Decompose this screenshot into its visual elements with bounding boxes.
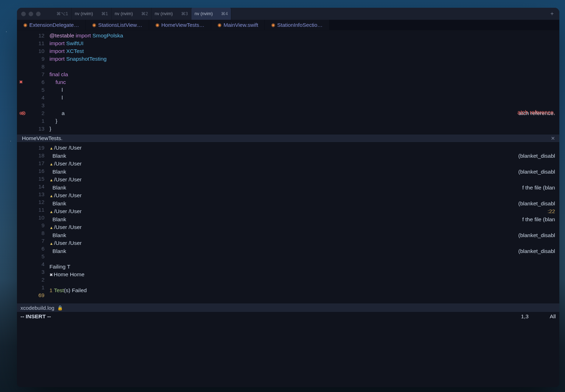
minimize-dot[interactable]: [29, 12, 33, 16]
terminal-tab[interactable]: nv (nvim)⌘2: [112, 8, 151, 20]
traffic-lights[interactable]: [20, 12, 41, 16]
status-file: xcodebuild.log: [20, 305, 54, 311]
file-tab[interactable]: ◉StationsListView…: [86, 20, 149, 30]
terminal-tab[interactable]: ⌘⌥1: [45, 8, 72, 20]
editor-pane-lower[interactable]: 1918171615141312111098765432169/User /Us…: [17, 143, 559, 303]
scroll-pos: All: [550, 313, 556, 320]
lock-icon: 🔒: [57, 305, 63, 310]
window-titlebar: ⌘⌥1nv (nvim)⌘1nv (nvim)⌘2nv (nvim)⌘3nv (…: [17, 8, 559, 20]
file-tab[interactable]: ◉HomeViewTests…: [149, 20, 211, 30]
split-close-icon[interactable]: ✕: [551, 134, 559, 143]
editor-pane-upper[interactable]: 1211109876✖5432⊗113@testable import Smog…: [17, 30, 559, 134]
cursor-pos: 1,3: [521, 313, 529, 320]
file-tab[interactable]: ◉StationInfoSectio…: [265, 20, 329, 30]
swift-icon: ◉: [155, 22, 159, 28]
mode-line: -- INSERT -- 1,3 All: [17, 312, 559, 321]
swift-icon: ◉: [92, 22, 96, 28]
file-tab-bar: ◉ExtensionDelegate…◉StationsListView…◉Ho…: [17, 20, 559, 30]
zoom-dot[interactable]: [36, 12, 41, 16]
status-bar: xcodebuild.log 🔒: [17, 303, 559, 312]
terminal-tab[interactable]: nv (nvim)⌘4: [191, 8, 231, 20]
vim-mode: -- INSERT --: [20, 313, 51, 320]
file-tab[interactable]: ◉MainView.swift: [211, 20, 265, 30]
new-tab-button[interactable]: +: [548, 11, 557, 17]
terminal-tab[interactable]: nv (nvim)⌘1: [72, 8, 112, 20]
split-file-name: HomeViewTests.: [22, 134, 63, 143]
swift-icon: ◉: [218, 22, 221, 28]
file-tab[interactable]: ◉ExtensionDelegate…: [17, 20, 86, 30]
swift-icon: ◉: [271, 22, 275, 28]
split-header: HomeViewTests. ✕: [17, 134, 559, 143]
terminal-tab[interactable]: nv (nvim)⌘3: [151, 8, 191, 20]
close-dot[interactable]: [21, 12, 26, 16]
swift-icon: ◉: [23, 22, 27, 28]
